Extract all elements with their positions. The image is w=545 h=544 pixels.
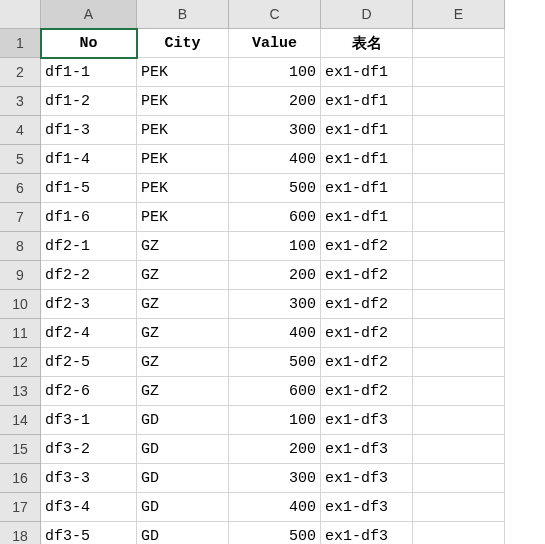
cell-b10[interactable]: GZ [137, 290, 229, 319]
cell-d15[interactable]: ex1-df3 [321, 435, 413, 464]
col-header-d[interactable]: D [321, 0, 413, 29]
cell-d4[interactable]: ex1-df1 [321, 116, 413, 145]
cell-a4[interactable]: df1-3 [41, 116, 137, 145]
row-header-14[interactable]: 14 [0, 406, 41, 435]
cell-e12[interactable] [413, 348, 505, 377]
cell-d10[interactable]: ex1-df2 [321, 290, 413, 319]
cell-c11[interactable]: 400 [229, 319, 321, 348]
cell-b7[interactable]: PEK [137, 203, 229, 232]
row-header-1[interactable]: 1 [0, 29, 41, 58]
cell-e2[interactable] [413, 58, 505, 87]
row-header-5[interactable]: 5 [0, 145, 41, 174]
row-header-8[interactable]: 8 [0, 232, 41, 261]
cell-a18[interactable]: df3-5 [41, 522, 137, 544]
cell-d13[interactable]: ex1-df2 [321, 377, 413, 406]
cell-a2[interactable]: df1-1 [41, 58, 137, 87]
row-header-13[interactable]: 13 [0, 377, 41, 406]
cell-d11[interactable]: ex1-df2 [321, 319, 413, 348]
cell-d14[interactable]: ex1-df3 [321, 406, 413, 435]
cell-b8[interactable]: GZ [137, 232, 229, 261]
row-header-12[interactable]: 12 [0, 348, 41, 377]
cell-d16[interactable]: ex1-df3 [321, 464, 413, 493]
cell-d7[interactable]: ex1-df1 [321, 203, 413, 232]
cell-b13[interactable]: GZ [137, 377, 229, 406]
cell-a8[interactable]: df2-1 [41, 232, 137, 261]
cell-d8[interactable]: ex1-df2 [321, 232, 413, 261]
cell-c5[interactable]: 400 [229, 145, 321, 174]
cell-a10[interactable]: df2-3 [41, 290, 137, 319]
cell-a15[interactable]: df3-2 [41, 435, 137, 464]
cell-e1[interactable] [413, 29, 505, 58]
cell-b14[interactable]: GD [137, 406, 229, 435]
cell-a12[interactable]: df2-5 [41, 348, 137, 377]
row-header-16[interactable]: 16 [0, 464, 41, 493]
cell-e8[interactable] [413, 232, 505, 261]
cell-c14[interactable]: 100 [229, 406, 321, 435]
cell-c3[interactable]: 200 [229, 87, 321, 116]
col-header-b[interactable]: B [137, 0, 229, 29]
cell-d5[interactable]: ex1-df1 [321, 145, 413, 174]
cell-b16[interactable]: GD [137, 464, 229, 493]
cell-c13[interactable]: 600 [229, 377, 321, 406]
cell-b11[interactable]: GZ [137, 319, 229, 348]
cell-b18[interactable]: GD [137, 522, 229, 544]
cell-d6[interactable]: ex1-df1 [321, 174, 413, 203]
cell-c9[interactable]: 200 [229, 261, 321, 290]
cell-d18[interactable]: ex1-df3 [321, 522, 413, 544]
cell-e9[interactable] [413, 261, 505, 290]
cell-a9[interactable]: df2-2 [41, 261, 137, 290]
cell-a13[interactable]: df2-6 [41, 377, 137, 406]
col-header-e[interactable]: E [413, 0, 505, 29]
cell-e3[interactable] [413, 87, 505, 116]
cell-a5[interactable]: df1-4 [41, 145, 137, 174]
cell-b1[interactable]: City [137, 29, 229, 58]
cell-b12[interactable]: GZ [137, 348, 229, 377]
cell-c1[interactable]: Value [229, 29, 321, 58]
row-header-6[interactable]: 6 [0, 174, 41, 203]
cell-e10[interactable] [413, 290, 505, 319]
cell-d1[interactable]: 表名 [321, 29, 413, 58]
cell-d2[interactable]: ex1-df1 [321, 58, 413, 87]
cell-e6[interactable] [413, 174, 505, 203]
cell-e7[interactable] [413, 203, 505, 232]
cell-e4[interactable] [413, 116, 505, 145]
cell-a17[interactable]: df3-4 [41, 493, 137, 522]
cell-e15[interactable] [413, 435, 505, 464]
cell-e5[interactable] [413, 145, 505, 174]
row-header-3[interactable]: 3 [0, 87, 41, 116]
cell-b15[interactable]: GD [137, 435, 229, 464]
cell-c18[interactable]: 500 [229, 522, 321, 544]
row-header-7[interactable]: 7 [0, 203, 41, 232]
cell-a3[interactable]: df1-2 [41, 87, 137, 116]
cell-c8[interactable]: 100 [229, 232, 321, 261]
cell-c4[interactable]: 300 [229, 116, 321, 145]
row-header-9[interactable]: 9 [0, 261, 41, 290]
cell-b9[interactable]: GZ [137, 261, 229, 290]
cell-b3[interactable]: PEK [137, 87, 229, 116]
cell-d9[interactable]: ex1-df2 [321, 261, 413, 290]
cell-c10[interactable]: 300 [229, 290, 321, 319]
cell-c7[interactable]: 600 [229, 203, 321, 232]
col-header-a[interactable]: A [41, 0, 137, 29]
cell-e18[interactable] [413, 522, 505, 544]
cell-d12[interactable]: ex1-df2 [321, 348, 413, 377]
cell-e13[interactable] [413, 377, 505, 406]
row-header-11[interactable]: 11 [0, 319, 41, 348]
row-header-17[interactable]: 17 [0, 493, 41, 522]
cell-a6[interactable]: df1-5 [41, 174, 137, 203]
cell-c17[interactable]: 400 [229, 493, 321, 522]
cell-c2[interactable]: 100 [229, 58, 321, 87]
cell-c6[interactable]: 500 [229, 174, 321, 203]
row-header-18[interactable]: 18 [0, 522, 41, 544]
cell-d3[interactable]: ex1-df1 [321, 87, 413, 116]
cell-a1[interactable]: No [41, 29, 137, 58]
cell-d17[interactable]: ex1-df3 [321, 493, 413, 522]
cell-b5[interactable]: PEK [137, 145, 229, 174]
cell-b17[interactable]: GD [137, 493, 229, 522]
cell-e17[interactable] [413, 493, 505, 522]
cell-a16[interactable]: df3-3 [41, 464, 137, 493]
row-header-4[interactable]: 4 [0, 116, 41, 145]
select-all-corner[interactable] [0, 0, 41, 29]
cell-a11[interactable]: df2-4 [41, 319, 137, 348]
row-header-15[interactable]: 15 [0, 435, 41, 464]
